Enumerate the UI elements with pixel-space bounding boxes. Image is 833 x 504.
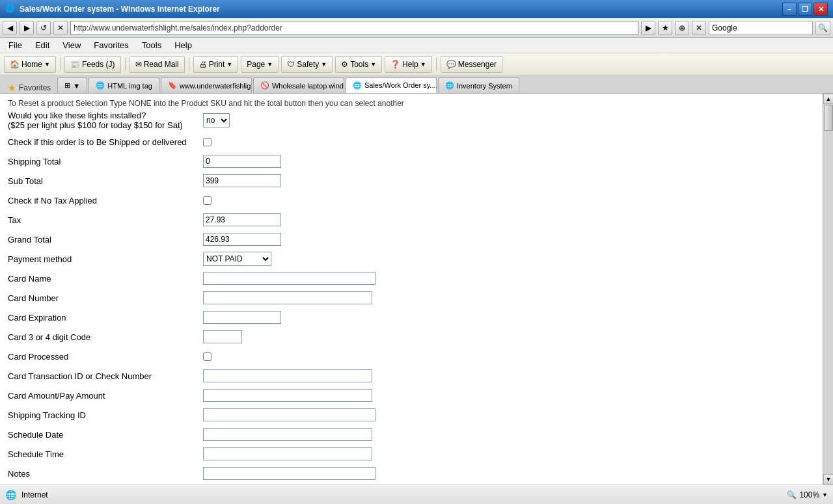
scrollbar: ▲ ▼ (823, 94, 833, 484)
card-amount-label: Card Amount/Pay Amount (8, 391, 203, 401)
reset-instruction: To Reset a product Selection Type NONE i… (8, 99, 815, 108)
bookmark-button[interactable]: ★ (658, 21, 672, 35)
mail-icon: ✉ (135, 60, 142, 69)
lights-select[interactable]: no yes (203, 113, 230, 127)
tab-sales[interactable]: 🌐 Sales/Work Order sy... ✕ (346, 77, 437, 93)
scroll-thumb[interactable] (824, 105, 833, 131)
sub-total-input[interactable] (203, 174, 281, 187)
menu-tools[interactable]: Tools (136, 38, 167, 52)
home-icon: 🏠 (10, 60, 20, 69)
help-button[interactable]: ❓ Help ▼ (385, 56, 432, 73)
no-tax-checkbox[interactable] (203, 196, 212, 205)
internet-icon: 🌐 (5, 490, 16, 500)
tab-wholesale[interactable]: 🚫 Wholesale laptop windo... (253, 77, 344, 93)
go-button[interactable]: ▶ (641, 21, 655, 35)
card-name-label: Card Name (8, 274, 203, 284)
messenger-button[interactable]: 💬 Messenger (441, 56, 502, 73)
feeds-button[interactable]: 📰 Feeds (J) (64, 56, 121, 73)
address-box[interactable]: http://www.underwaterfishlight.me/sales/… (70, 21, 638, 35)
stop-button[interactable]: ✕ (53, 21, 68, 35)
help-icon: ❓ (390, 60, 400, 69)
card-number-label: Card Number (8, 293, 203, 303)
tools-button[interactable]: ⚙ Tools ▼ (335, 56, 382, 73)
title-bar: 🌐 Sales/Work Order system - Windows Inte… (0, 0, 833, 18)
sub-total-row: Sub Total (8, 173, 815, 189)
schedule-time-row: Schedule Time (8, 446, 815, 462)
tab-html-img[interactable]: 🌐 HTML img tag (89, 77, 159, 93)
refresh-button[interactable]: ↺ (36, 21, 51, 35)
restore-button[interactable]: ❐ (798, 3, 812, 16)
search-button[interactable]: 🔍 (815, 21, 830, 35)
rss-button[interactable]: ⊕ (675, 21, 689, 35)
safety-arrow-icon: ▼ (321, 61, 327, 68)
toolbar-separator4 (436, 58, 437, 71)
card-expiration-label: Card Expiration (8, 313, 203, 323)
scroll-down-button[interactable]: ▼ (823, 474, 833, 484)
print-button[interactable]: 🖨 Print ▼ (193, 56, 239, 73)
grid-icon: ⊞ (64, 81, 70, 90)
shipped-label: Check if this order is to Be Shipped or … (8, 137, 203, 147)
stop2-button[interactable]: ✕ (692, 21, 706, 35)
menu-bar: File Edit View Favorites Tools Help (0, 38, 833, 53)
shipping-tracking-input[interactable] (203, 408, 376, 421)
print-icon: 🖨 (199, 60, 207, 69)
menu-file[interactable]: File (3, 38, 28, 52)
notes-input[interactable] (203, 467, 376, 480)
window-controls: – ❐ ✕ (782, 3, 828, 16)
shipping-total-input[interactable] (203, 155, 281, 168)
card-processed-checkbox[interactable] (203, 352, 212, 361)
card-number-row: Card Number (8, 290, 815, 306)
safety-button[interactable]: 🛡 Safety ▼ (281, 56, 333, 73)
menu-edit[interactable]: Edit (29, 38, 55, 52)
card-code-input[interactable] (203, 330, 242, 343)
page-arrow-icon: ▼ (267, 61, 273, 68)
home-arrow-icon: ▼ (44, 61, 50, 68)
card-transaction-row: Card Transaction ID or Check Number (8, 368, 815, 384)
messenger-icon: 💬 (446, 60, 456, 69)
shipped-row: Check if this order is to Be Shipped or … (8, 134, 815, 150)
close-button[interactable]: ✕ (813, 3, 828, 16)
tab-sales-icon: 🌐 (353, 81, 362, 90)
readmail-button[interactable]: ✉ Read Mail (130, 56, 185, 73)
card-expiration-input[interactable] (203, 311, 281, 324)
page-button[interactable]: Page ▼ (241, 56, 279, 73)
shipped-checkbox[interactable] (203, 138, 212, 146)
scroll-track (823, 104, 833, 474)
search-input[interactable] (709, 21, 813, 35)
tax-input[interactable] (203, 213, 281, 226)
grand-total-row: Grand Total (8, 232, 815, 247)
shipping-tracking-label: Shipping Tracking ID (8, 410, 203, 420)
card-transaction-label: Card Transaction ID or Check Number (8, 371, 203, 381)
favorites-label: ★ Favorites (3, 83, 56, 93)
minimize-button[interactable]: – (782, 3, 797, 16)
title-icon: 🌐 (5, 4, 16, 14)
tabs-bar: ★ Favorites ⊞ ▼ 🌐 HTML img tag 🔖 www.und… (0, 75, 833, 94)
zoom-arrow-icon: ▼ (822, 492, 828, 498)
forward-button[interactable]: ▶ (20, 21, 34, 35)
payment-method-select[interactable]: NOT PAID CASH CHECK CREDIT CARD PAYPAL (203, 252, 271, 266)
grand-total-input[interactable] (203, 233, 281, 246)
menu-help[interactable]: Help (169, 38, 198, 52)
tax-row: Tax (8, 212, 815, 228)
toolbar-separator3 (189, 58, 189, 71)
card-name-row: Card Name (8, 271, 815, 286)
schedule-time-input[interactable] (203, 447, 372, 460)
help-arrow-icon: ▼ (420, 61, 426, 68)
card-amount-row: Card Amount/Pay Amount (8, 388, 815, 403)
scroll-up-button[interactable]: ▲ (823, 94, 833, 104)
menu-view[interactable]: View (57, 38, 87, 52)
card-amount-input[interactable] (203, 389, 372, 402)
card-transaction-input[interactable] (203, 369, 372, 382)
notes-row: Notes (8, 466, 815, 481)
home-button[interactable]: 🏠 Home ▼ (4, 56, 56, 73)
tab-underwater[interactable]: 🔖 www.underwaterfishlig... (161, 77, 252, 93)
tab-inventory[interactable]: 🌐 Inventory System (438, 77, 519, 93)
menu-favorites[interactable]: Favorites (88, 38, 134, 52)
tab-grid[interactable]: ⊞ ▼ (57, 77, 87, 93)
print-arrow-icon: ▼ (226, 61, 232, 68)
card-name-input[interactable] (203, 272, 376, 285)
title-text: Sales/Work Order system - Windows Intern… (20, 5, 782, 14)
back-button[interactable]: ◀ (3, 21, 17, 35)
schedule-date-input[interactable] (203, 428, 372, 441)
card-number-input[interactable] (203, 291, 372, 304)
